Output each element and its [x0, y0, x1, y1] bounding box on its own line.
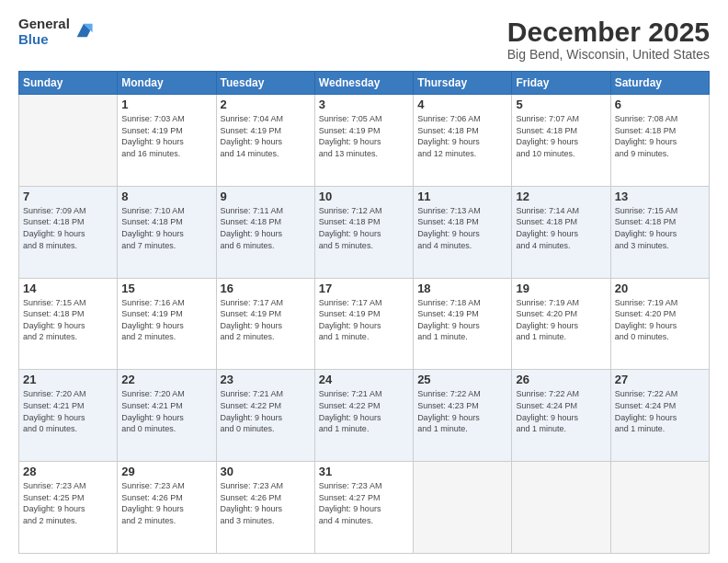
day-info: Sunrise: 7:23 AMSunset: 4:26 PMDaylight:…: [221, 480, 311, 526]
table-row: [19, 95, 118, 187]
day-info: Sunrise: 7:03 AMSunset: 4:19 PMDaylight:…: [121, 113, 211, 159]
day-info: Sunrise: 7:15 AMSunset: 4:18 PMDaylight:…: [615, 205, 705, 251]
calendar-table: Sunday Monday Tuesday Wednesday Thursday…: [18, 71, 710, 554]
col-wednesday: Wednesday: [314, 72, 413, 95]
day-number: 18: [417, 282, 507, 295]
table-row: 23Sunrise: 7:21 AMSunset: 4:22 PMDayligh…: [216, 370, 314, 462]
day-info: Sunrise: 7:20 AMSunset: 4:21 PMDaylight:…: [121, 388, 211, 434]
day-info: Sunrise: 7:23 AMSunset: 4:25 PMDaylight:…: [23, 480, 113, 526]
day-info: Sunrise: 7:12 AMSunset: 4:18 PMDaylight:…: [319, 205, 409, 251]
day-info: Sunrise: 7:19 AMSunset: 4:20 PMDaylight:…: [516, 297, 606, 343]
day-number: 3: [319, 98, 409, 111]
col-thursday: Thursday: [414, 72, 512, 95]
title-block: December 2025 Big Bend, Wisconsin, Unite…: [507, 17, 710, 62]
table-row: 15Sunrise: 7:16 AMSunset: 4:19 PMDayligh…: [118, 278, 216, 370]
day-number: 14: [23, 282, 113, 295]
day-number: 31: [319, 465, 409, 478]
day-info: Sunrise: 7:05 AMSunset: 4:19 PMDaylight:…: [319, 113, 409, 159]
day-number: 28: [23, 465, 113, 478]
day-info: Sunrise: 7:23 AMSunset: 4:27 PMDaylight:…: [319, 480, 409, 526]
table-row: 26Sunrise: 7:22 AMSunset: 4:24 PMDayligh…: [512, 370, 610, 462]
page: General Blue December 2025 Big Bend, Wis…: [0, 0, 728, 563]
day-number: 21: [23, 373, 113, 386]
day-info: Sunrise: 7:06 AMSunset: 4:18 PMDaylight:…: [417, 113, 507, 159]
table-row: 28Sunrise: 7:23 AMSunset: 4:25 PMDayligh…: [19, 462, 118, 554]
day-info: Sunrise: 7:18 AMSunset: 4:19 PMDaylight:…: [417, 297, 507, 343]
day-number: 26: [516, 373, 606, 386]
day-info: Sunrise: 7:07 AMSunset: 4:18 PMDaylight:…: [516, 113, 606, 159]
col-sunday: Sunday: [19, 72, 118, 95]
table-row: 31Sunrise: 7:23 AMSunset: 4:27 PMDayligh…: [314, 462, 413, 554]
table-row: 16Sunrise: 7:17 AMSunset: 4:19 PMDayligh…: [216, 278, 314, 370]
table-row: 9Sunrise: 7:11 AMSunset: 4:18 PMDaylight…: [216, 186, 314, 278]
col-saturday: Saturday: [610, 72, 709, 95]
table-row: 11Sunrise: 7:13 AMSunset: 4:18 PMDayligh…: [414, 186, 512, 278]
day-info: Sunrise: 7:04 AMSunset: 4:19 PMDaylight:…: [221, 113, 311, 159]
day-number: 5: [516, 98, 606, 111]
table-row: 27Sunrise: 7:22 AMSunset: 4:24 PMDayligh…: [610, 370, 709, 462]
day-info: Sunrise: 7:11 AMSunset: 4:18 PMDaylight:…: [221, 205, 311, 251]
day-number: 29: [121, 465, 211, 478]
table-row: [610, 462, 709, 554]
table-row: 22Sunrise: 7:20 AMSunset: 4:21 PMDayligh…: [118, 370, 216, 462]
day-number: 6: [615, 98, 705, 111]
table-row: 8Sunrise: 7:10 AMSunset: 4:18 PMDaylight…: [118, 186, 216, 278]
day-number: 25: [417, 373, 507, 386]
day-number: 22: [121, 373, 211, 386]
table-row: 7Sunrise: 7:09 AMSunset: 4:18 PMDaylight…: [19, 186, 118, 278]
day-number: 10: [319, 190, 409, 203]
day-number: 11: [417, 190, 507, 203]
day-number: 27: [615, 373, 705, 386]
day-number: 15: [121, 282, 211, 295]
table-row: 18Sunrise: 7:18 AMSunset: 4:19 PMDayligh…: [414, 278, 512, 370]
table-row: [512, 462, 610, 554]
calendar-header-row: Sunday Monday Tuesday Wednesday Thursday…: [19, 72, 710, 95]
table-row: 25Sunrise: 7:22 AMSunset: 4:23 PMDayligh…: [414, 370, 512, 462]
day-number: 1: [121, 98, 211, 111]
logo-icon: [74, 20, 94, 40]
table-row: 10Sunrise: 7:12 AMSunset: 4:18 PMDayligh…: [314, 186, 413, 278]
day-number: 2: [221, 98, 311, 111]
calendar-week-row: 28Sunrise: 7:23 AMSunset: 4:25 PMDayligh…: [19, 462, 710, 554]
day-info: Sunrise: 7:14 AMSunset: 4:18 PMDaylight:…: [516, 205, 606, 251]
table-row: 21Sunrise: 7:20 AMSunset: 4:21 PMDayligh…: [19, 370, 118, 462]
table-row: 4Sunrise: 7:06 AMSunset: 4:18 PMDaylight…: [414, 95, 512, 187]
col-friday: Friday: [512, 72, 610, 95]
day-info: Sunrise: 7:21 AMSunset: 4:22 PMDaylight:…: [319, 388, 409, 434]
day-number: 23: [221, 373, 311, 386]
logo-text: General Blue: [18, 17, 70, 47]
day-info: Sunrise: 7:20 AMSunset: 4:21 PMDaylight:…: [23, 388, 113, 434]
calendar-week-row: 14Sunrise: 7:15 AMSunset: 4:18 PMDayligh…: [19, 278, 710, 370]
day-info: Sunrise: 7:19 AMSunset: 4:20 PMDaylight:…: [615, 297, 705, 343]
col-monday: Monday: [118, 72, 216, 95]
logo: General Blue: [18, 17, 94, 47]
day-info: Sunrise: 7:15 AMSunset: 4:18 PMDaylight:…: [23, 297, 113, 343]
table-row: 13Sunrise: 7:15 AMSunset: 4:18 PMDayligh…: [610, 186, 709, 278]
calendar-week-row: 21Sunrise: 7:20 AMSunset: 4:21 PMDayligh…: [19, 370, 710, 462]
day-info: Sunrise: 7:13 AMSunset: 4:18 PMDaylight:…: [417, 205, 507, 251]
day-number: 8: [121, 190, 211, 203]
day-number: 13: [615, 190, 705, 203]
day-number: 24: [319, 373, 409, 386]
day-info: Sunrise: 7:17 AMSunset: 4:19 PMDaylight:…: [221, 297, 311, 343]
table-row: 2Sunrise: 7:04 AMSunset: 4:19 PMDaylight…: [216, 95, 314, 187]
table-row: 3Sunrise: 7:05 AMSunset: 4:19 PMDaylight…: [314, 95, 413, 187]
table-row: 6Sunrise: 7:08 AMSunset: 4:18 PMDaylight…: [610, 95, 709, 187]
calendar-week-row: 1Sunrise: 7:03 AMSunset: 4:19 PMDaylight…: [19, 95, 710, 187]
day-number: 12: [516, 190, 606, 203]
day-info: Sunrise: 7:22 AMSunset: 4:24 PMDaylight:…: [516, 388, 606, 434]
day-number: 16: [221, 282, 311, 295]
table-row: 5Sunrise: 7:07 AMSunset: 4:18 PMDaylight…: [512, 95, 610, 187]
col-tuesday: Tuesday: [216, 72, 314, 95]
table-row: 24Sunrise: 7:21 AMSunset: 4:22 PMDayligh…: [314, 370, 413, 462]
table-row: 17Sunrise: 7:17 AMSunset: 4:19 PMDayligh…: [314, 278, 413, 370]
table-row: 29Sunrise: 7:23 AMSunset: 4:26 PMDayligh…: [118, 462, 216, 554]
table-row: 19Sunrise: 7:19 AMSunset: 4:20 PMDayligh…: [512, 278, 610, 370]
day-info: Sunrise: 7:16 AMSunset: 4:19 PMDaylight:…: [121, 297, 211, 343]
logo-blue: Blue: [18, 32, 70, 48]
day-number: 17: [319, 282, 409, 295]
day-number: 20: [615, 282, 705, 295]
table-row: [414, 462, 512, 554]
table-row: 12Sunrise: 7:14 AMSunset: 4:18 PMDayligh…: [512, 186, 610, 278]
day-info: Sunrise: 7:09 AMSunset: 4:18 PMDaylight:…: [23, 205, 113, 251]
